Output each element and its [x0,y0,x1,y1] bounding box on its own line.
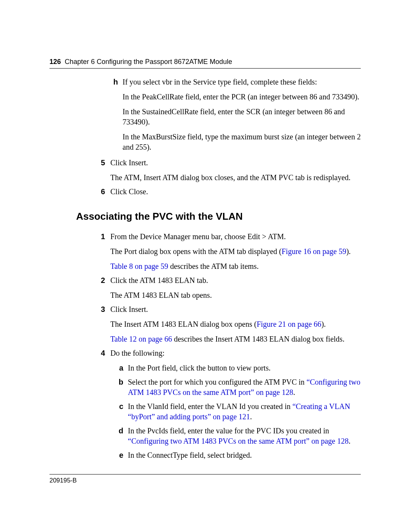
text-run: . [250,412,252,421]
text: In the MaxBurstSize field, type the maxi… [123,132,361,152]
xref-config-two-pvcs-2[interactable]: “Configuring two ATM 1483 PVCs on the sa… [128,437,349,445]
text-run: ). [321,320,326,328]
substep-marker: d [110,426,128,446]
text: In the PeakCellRate field, enter the PCR… [123,92,361,102]
running-header: 126 Chapter 6 Configuring the Passport 8… [49,58,361,65]
chapter-title: Chapter 6 Configuring the Passport 8672A… [65,58,232,65]
substep-marker: e [110,450,128,460]
step-3: 3 Click Insert. The Insert ATM 1483 ELAN… [91,304,361,344]
substep-body: Select the port for which you configured… [128,377,361,398]
substep-b: b Select the port for which you configur… [110,377,361,398]
assoc-steps-list: 1 From the Device Manager menu bar, choo… [91,232,361,464]
substep-marker: b [110,377,128,398]
step-marker: 5 [91,158,110,183]
text: If you select vbr in the Service type fi… [123,77,361,87]
text: Click Insert. [110,158,361,168]
substep-h: h If you select vbr in the Service type … [105,77,361,152]
step-marker: 6 [91,187,110,197]
step-marker: 3 [91,304,110,344]
step-body: Do the following: a In the Port field, c… [110,348,361,464]
text-run: In the PvcIds field, enter the value for… [128,427,329,435]
text: The ATM, Insert ATM dialog box closes, a… [110,173,361,183]
substep-body: In the ConnectType field, select bridged… [128,450,361,460]
substep-marker: h [105,77,123,152]
step-body: Click Insert. The ATM, Insert ATM dialog… [110,158,361,183]
substep-body: In the VlanId field, enter the VLAN Id y… [128,401,361,422]
top-steps-list: 5 Click Insert. The ATM, Insert ATM dial… [91,158,361,197]
substep-body: If you select vbr in the Service type fi… [123,77,361,152]
substep-body: In the Port field, click the button to v… [128,363,361,373]
text: Do the following: [110,348,361,358]
xref-table-8[interactable]: Table 8 on page 59 [110,262,168,270]
step-1: 1 From the Device Manager menu bar, choo… [91,232,361,272]
substep-a: a In the Port field, click the button to… [110,363,361,373]
step-body: Click the ATM 1483 ELAN tab. The ATM 148… [110,275,361,300]
text-run: . [349,437,350,445]
text: The Insert ATM 1483 ELAN dialog box open… [110,319,361,329]
substep-marker: a [110,363,128,373]
substep-d: d In the PvcIds field, enter the value f… [110,426,361,446]
text: From the Device Manager menu bar, choose… [110,232,361,242]
text: Table 8 on page 59 describes the ATM tab… [110,261,361,272]
page: 126 Chapter 6 Configuring the Passport 8… [49,58,361,484]
page-number: 126 [49,58,61,65]
substep-body: In the PvcIds field, enter the value for… [128,426,361,446]
step-marker: 2 [91,275,110,300]
step-4: 4 Do the following: a In the Port field,… [91,348,361,464]
text: In the Port field, click the button to v… [128,363,361,373]
text: In the VlanId field, enter the VLAN Id y… [128,401,361,422]
text-run: . [293,388,295,396]
step-6: 6 Click Close. [91,187,361,197]
text: Table 12 on page 66 describes the Insert… [110,334,361,344]
xref-table-12[interactable]: Table 12 on page 66 [110,335,172,343]
section-heading: Associating the PVC with the VLAN [76,210,361,223]
step-5: 5 Click Insert. The ATM, Insert ATM dial… [91,158,361,183]
xref-figure-16[interactable]: Figure 16 on page 59 [282,247,346,256]
text: The Port dialog box opens with the ATM t… [110,246,361,257]
step-body: Click Close. [110,187,361,197]
step-marker: 4 [91,348,110,464]
substep-marker: c [110,401,128,422]
step-body: Click Insert. The Insert ATM 1483 ELAN d… [110,304,361,344]
text: In the PvcIds field, enter the value for… [128,426,361,446]
text-run: describes the Insert ATM 1483 ELAN dialo… [172,335,344,343]
substep-c: c In the VlanId field, enter the VLAN Id… [110,401,361,422]
body-content: h If you select vbr in the Service type … [49,77,361,464]
footer-doc-id: 209195-B [49,477,361,484]
text-run: The Insert ATM 1483 ELAN dialog box open… [110,320,256,328]
text: Select the port for which you configured… [128,377,361,398]
step-2: 2 Click the ATM 1483 ELAN tab. The ATM 1… [91,275,361,300]
step-4-sublist: a In the Port field, click the button to… [110,363,361,460]
substep-h-block: h If you select vbr in the Service type … [105,77,361,152]
text: In the SustainedCellRate field, enter th… [123,107,361,127]
text: In the ConnectType field, select bridged… [128,450,361,460]
step-marker: 1 [91,232,110,272]
text-run: The Port dialog box opens with the ATM t… [110,247,282,256]
footer-rule [49,474,361,474]
xref-figure-21[interactable]: Figure 21 on page 66 [256,320,321,328]
text: The ATM 1483 ELAN tab opens. [110,290,361,300]
text: Click Insert. [110,304,361,315]
step-body: From the Device Manager menu bar, choose… [110,232,361,272]
text-run: describes the ATM tab items. [168,262,259,270]
header-rule [49,68,361,69]
text-run: In the VlanId field, enter the VLAN Id y… [128,402,292,411]
text-run: Select the port for which you configured… [128,378,306,386]
text: Click Close. [110,187,361,197]
substep-e: e In the ConnectType field, select bridg… [110,450,361,460]
text: Click the ATM 1483 ELAN tab. [110,275,361,286]
text-run: ). [346,247,351,256]
